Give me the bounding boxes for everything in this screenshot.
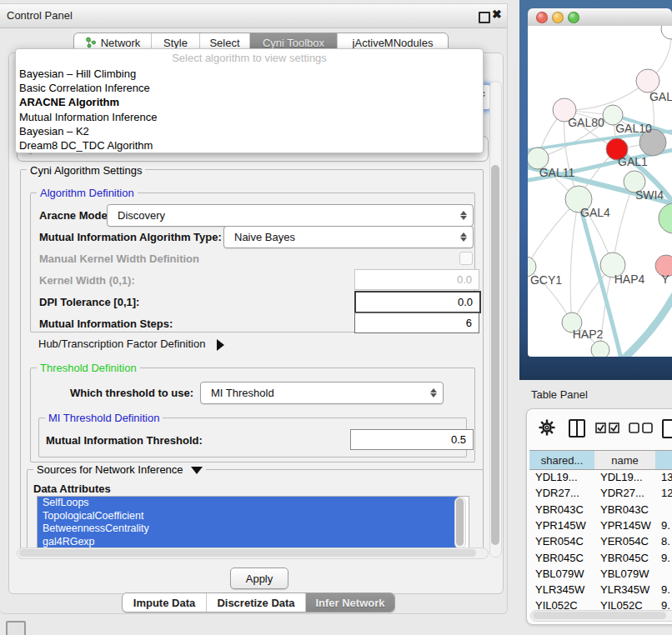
network-window-titlebar[interactable] [528,8,672,27]
table-row[interactable]: YLR345WYLR345W9. [529,582,672,598]
table-cell: YBL079W [535,568,584,580]
network-edge-highlighted[interactable] [619,289,672,357]
table-row[interactable]: YBR043CYBR043C [529,502,672,518]
algorithm-select-popup: Select algorithm to view settings Bayesi… [15,48,484,153]
table-row[interactable]: YPR145WYPR145W9. [529,518,672,533]
network-node[interactable] [591,341,609,357]
cyni-bottom-tabbar: Impute DataDiscretize DataInfer Network [122,592,395,612]
network-node[interactable] [659,203,672,233]
network-edge[interactable] [564,81,648,110]
control-panel-titlebar[interactable]: Control Panel ✖ [0,4,507,28]
column-header-name[interactable]: name [594,450,656,470]
tab-label: Cyni Toolbox [263,37,324,49]
control-panel-window: Control Panel ✖ NetworkStyleSelectCyni T… [0,3,508,614]
table-header-row: shared...name [529,450,672,469]
minimize-traffic-light[interactable] [552,12,564,23]
table-cell: YBR045C [600,552,649,564]
network-node-label: GAL10 [615,122,652,135]
tab-label: Impute Data [133,597,195,609]
table-cell: 9. [661,552,670,564]
network-node-label: GAL [649,90,672,103]
tab-impute-data[interactable]: Impute Data [123,593,207,612]
network-view-window: GALGAL80GAL10GAL1GAL11SWI4GAL4GCY1HAP4YH… [528,8,672,358]
network-node-label: GAL11 [539,166,575,179]
table-row[interactable]: YDL19...YDL19...13 [529,469,672,485]
network-desktop: GALGAL80GAL10GAL1GAL11SWI4GAL4GCY1HAP4YH… [519,0,672,380]
table-cell: YLR345W [600,583,649,596]
table-cell: YER054C [600,535,649,548]
table-row[interactable]: YDR27...YDR27...12 [529,485,672,501]
tab-label: Network [101,37,141,49]
table-cell: YER054C [535,535,584,548]
column-header-shared[interactable]: shared... [529,450,595,470]
column-header-extra[interactable] [655,450,672,470]
table-panel-window: shared...name YDL19...YDL19...13YDR27...… [526,408,672,625]
document-icon[interactable] [662,419,672,438]
table-row[interactable]: YER054CYER054C8. [529,533,672,549]
tab-infer-network[interactable]: Infer Network [306,593,394,612]
table-cell: YLR345W [535,583,584,596]
table-cell: 9. [661,583,670,596]
table-cell: YDL19... [535,471,578,483]
table-cell: YBR045C [535,552,584,564]
float-window-icon[interactable] [479,12,490,23]
network-icon [85,37,97,48]
network-node-label: GCY1 [530,273,562,287]
tab-label: Select [209,37,239,49]
network-node-label: Y [661,272,669,286]
split-columns-icon[interactable] [569,419,585,438]
table-row[interactable]: YBR045CYBR045C9. [529,550,672,566]
zoom-traffic-light[interactable] [568,12,579,23]
table-body: YDL19...YDL19...13YDR27...YDR27...12YBR0… [529,469,672,609]
table-cell: 13 [661,471,672,483]
close-traffic-light[interactable] [536,12,548,23]
table-cell: YIL052C [600,599,643,609]
close-icon[interactable]: ✖ [492,8,502,21]
table-cell: YDR27... [535,487,579,499]
algorithm-option[interactable]: Dream8 DC_TDC Algorithm [19,138,469,152]
table-cell: YBR043C [600,503,649,516]
algorithm-option[interactable]: Bayesian – Hill Climbing [19,67,469,81]
algorithm-option[interactable]: ARACNE Algorithm [19,95,469,109]
show-columns-checked-icon[interactable] [595,422,620,433]
table-cell: 12 [661,487,672,499]
tab-label: Infer Network [315,597,384,609]
network-canvas[interactable]: GALGAL80GAL10GAL1GAL11SWI4GAL4GCY1HAP4YH… [528,26,672,357]
network-node-label: HAP2 [573,328,604,341]
table-cell: 9. [661,599,670,609]
table-hscrollbar-thumb[interactable] [533,612,666,619]
network-node-label: HAP4 [614,272,645,286]
network-node-gal[interactable] [636,69,659,92]
table-hscrollbar-track[interactable] [530,610,672,622]
tab-label: jActiveMNodules [353,37,434,49]
network-node-label: GAL1 [618,155,648,168]
hide-columns-unchecked-icon[interactable] [629,422,654,433]
table-panel-title: Table Panel [531,388,588,401]
network-graph: GALGAL80GAL10GAL1GAL11SWI4GAL4GCY1HAP4YH… [528,26,672,357]
table-cell: YIL052C [535,599,578,609]
tab-discretize-data[interactable]: Discretize Data [207,593,306,612]
table-cell: 9. [661,519,670,532]
table-row[interactable]: YIL052CYIL052C9. [529,598,672,609]
network-node-label: SWI4 [635,188,664,202]
algorithm-option[interactable]: Bayesian – K2 [19,124,469,138]
minimized-panel-icon[interactable] [6,621,26,635]
tab-label: Style [163,37,188,49]
algorithm-popup-placeholder: Select algorithm to view settings [16,52,483,64]
network-node-label: GAL4 [580,206,610,219]
table-row[interactable]: YBL079WYBL079W [529,566,672,582]
control-panel-title: Control Panel [7,9,73,22]
table-cell: YBR043C [535,503,584,516]
table-cell: YDL19... [600,471,643,483]
algorithm-option[interactable]: Mutual Information Inference [19,110,469,124]
table-panel: Table Panel [508,380,672,635]
network-node[interactable] [661,26,672,39]
table-cell: YBL079W [600,568,649,580]
network-edge[interactable] [570,199,579,322]
table-cell: YPR145W [600,519,651,532]
network-node-label: GAL80 [568,116,604,129]
algorithm-option[interactable]: Basic Correlation Inference [19,81,469,95]
table-cell: 8. [661,535,670,548]
application-root: Control Panel ✖ NetworkStyleSelectCyni T… [0,0,672,635]
gear-icon[interactable] [539,419,555,436]
